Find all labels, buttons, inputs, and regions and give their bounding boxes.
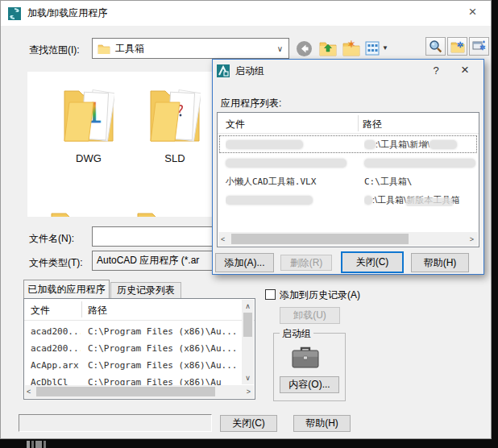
column-header-path[interactable]: 路径 <box>88 304 107 317</box>
column-header-path[interactable]: 路径 <box>363 118 382 131</box>
add-to-history-label[interactable]: 添加到历史记录(A) <box>280 288 360 302</box>
redacted-text <box>364 156 475 170</box>
add-to-history-checkbox[interactable] <box>265 289 276 300</box>
scrollbar-thumb[interactable] <box>36 387 215 396</box>
open-folder-icon: 1 <box>63 81 114 146</box>
look-in-combobox[interactable]: 工具箱 ∨ <box>92 38 289 59</box>
scroll-down-icon[interactable]: ∨ <box>242 372 254 384</box>
open-folder-icon <box>149 81 201 146</box>
taskbar-fragment <box>27 441 30 448</box>
up-one-level-icon[interactable] <box>319 40 337 56</box>
briefcase-icon <box>291 344 320 370</box>
contents-button[interactable]: 内容(O)... <box>280 376 339 393</box>
table-row[interactable]: 小懒人CAD工具箱.VLX C:\工具箱\ <box>219 172 477 190</box>
scroll-up-icon[interactable]: ∧ <box>242 301 254 312</box>
scroll-right-icon[interactable]: > <box>247 386 251 397</box>
scroll-left-icon[interactable]: < <box>27 386 31 397</box>
startup-close-button[interactable]: × <box>451 60 479 81</box>
table-cell: :\工具箱\新增\ <box>364 139 474 151</box>
table-cell: :\工具箱\新版本工具箱 <box>364 194 474 206</box>
table-cell[interactable]: C:\Program Files (x86)\Au... <box>88 343 243 354</box>
redacted-text <box>226 193 355 207</box>
help-caption-button[interactable]: ? <box>424 60 448 81</box>
file-type-value: AutoCAD 应用程序 (*.ar <box>97 254 199 268</box>
column-header-file[interactable]: 文件 <box>31 304 50 317</box>
taskbar-fragment <box>31 441 34 448</box>
column-header-file[interactable]: 文件 <box>226 118 245 131</box>
views-dropdown-arrow[interactable]: ▼ <box>382 44 388 52</box>
table-cell: C:\工具箱\ <box>364 176 474 188</box>
vertical-scrollbar[interactable]: ∧ ∨ <box>242 300 254 384</box>
table-row[interactable] <box>219 154 477 172</box>
startup-suite-icon <box>217 64 230 77</box>
table-cell[interactable]: acad200... <box>31 326 81 337</box>
redacted-text <box>226 156 347 170</box>
horizontal-scrollbar[interactable]: < > <box>218 232 478 246</box>
scroll-right-icon[interactable]: > <box>470 234 474 245</box>
startup-applications-table[interactable]: 文件 路径 :\工具箱\新增\ 小懒人CAD工具箱.VLX C:\工具箱\ <box>217 112 479 247</box>
status-progress-bar <box>19 414 212 432</box>
search-icon <box>429 39 442 53</box>
add-to-startup-button[interactable]: ✲ <box>469 37 489 56</box>
remove-button[interactable]: 删除(R) <box>280 255 332 271</box>
find-file-button[interactable] <box>425 37 446 56</box>
screen-background: 加载/卸载应用程序 × 查找范围(I): 工具箱 ∨ ✶ <box>0 0 498 448</box>
scrollbar-thumb[interactable] <box>243 313 252 337</box>
scrollbar-thumb[interactable] <box>231 234 409 244</box>
tab-loaded-applications[interactable]: 已加载的应用程序 <box>23 280 110 298</box>
startup-suite-dialog: 启动组 ? × 应用程序列表: 文件 路径 :\工具箱\新增\ 小懒人CAD工具… <box>212 59 484 275</box>
startup-suite-group-label: 启动组 <box>280 327 313 341</box>
file-name-label: 文件名(N): <box>29 232 74 246</box>
scroll-left-icon[interactable]: < <box>221 234 225 245</box>
table-cell: 小懒人CAD工具箱.VLX <box>226 176 355 188</box>
table-cell[interactable]: C:\Program Files (x86)\Au... <box>88 360 243 371</box>
locate-button[interactable]: ✲ <box>447 37 467 56</box>
partial-folder-icon <box>50 205 102 217</box>
back-icon[interactable] <box>296 40 313 57</box>
main-dialog-title: 加载/卸载应用程序 <box>27 6 107 20</box>
folder-name: DWG <box>50 152 127 164</box>
startup-dialog-title: 启动组 <box>235 64 264 78</box>
new-folder-icon[interactable]: ✶ <box>342 40 360 56</box>
folder-name: SLD <box>136 152 214 164</box>
startup-close-dialog-button[interactable]: 关闭(C) <box>341 251 404 273</box>
unload-button[interactable]: 卸载(U) <box>280 307 340 324</box>
main-title-bar[interactable]: 加载/卸载应用程序 × <box>1 1 491 26</box>
table-row-selected[interactable]: :\工具箱\新增\ <box>219 135 477 153</box>
svg-text:✶: ✶ <box>347 40 355 50</box>
startup-help-button[interactable]: 帮助(H) <box>411 253 469 272</box>
table-cell[interactable]: C:\Program Files (x86)\Au... <box>88 326 243 337</box>
main-help-button[interactable]: 帮助(H) <box>293 415 351 432</box>
window-plus-icon: ✲ <box>472 40 487 53</box>
taskbar-fragment <box>35 441 42 448</box>
horizontal-scrollbar[interactable]: < > <box>25 385 254 398</box>
look-in-value: 工具箱 <box>115 42 144 56</box>
main-close-dialog-button[interactable]: 关闭(C) <box>220 415 277 432</box>
load-app-icon <box>8 7 21 20</box>
main-close-button[interactable]: × <box>454 1 491 25</box>
taskbar-fragment <box>44 441 46 448</box>
svg-text:✲: ✲ <box>456 40 463 49</box>
folder-item-sld[interactable]: SLD <box>136 81 214 164</box>
look-in-label: 查找范围(I): <box>29 44 80 57</box>
redacted-text <box>226 137 355 151</box>
locate-folder-icon: ✲ <box>450 40 465 53</box>
table-row[interactable]: :\工具箱\新版本工具箱 <box>219 191 477 209</box>
table-cell[interactable]: acad200... <box>31 343 81 354</box>
tab-history-list[interactable]: 历史记录列表 <box>110 282 181 298</box>
application-list-label: 应用程序列表: <box>221 97 281 110</box>
folder-icon <box>98 44 110 54</box>
folder-item-dwg[interactable]: 1 DWG <box>50 81 127 164</box>
loaded-applications-table[interactable]: 文件 路径 acad200... C:\Program Files (x86)\… <box>23 298 255 400</box>
table-cell[interactable]: AcApp.arx <box>31 360 81 371</box>
chevron-down-icon[interactable]: ∨ <box>277 44 283 53</box>
file-type-label: 文件类型(T): <box>29 256 83 270</box>
add-button[interactable]: 添加(A)... <box>215 253 274 272</box>
partial-folder-icon <box>136 205 188 217</box>
views-icon[interactable] <box>365 41 380 56</box>
svg-text:✲: ✲ <box>479 44 486 52</box>
